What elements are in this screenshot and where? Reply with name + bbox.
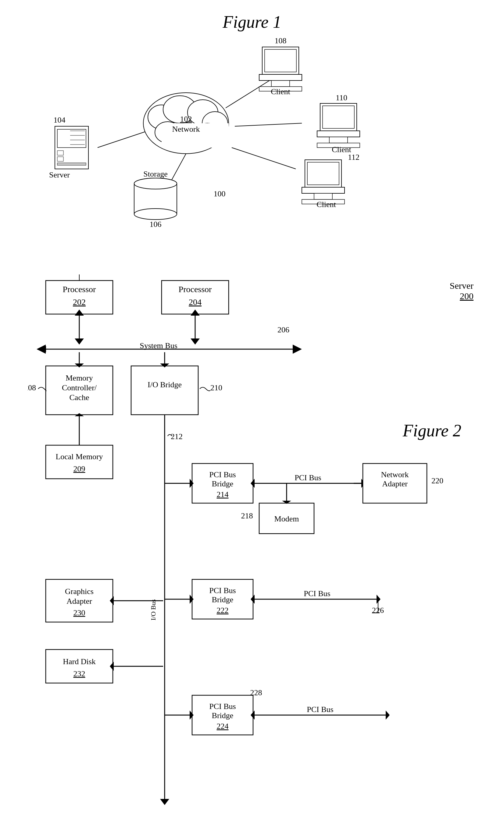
- svg-text:PCI Bus: PCI Bus: [294, 473, 321, 482]
- svg-text:Network: Network: [381, 470, 409, 479]
- svg-point-28: [134, 208, 177, 220]
- svg-text:Modem: Modem: [275, 514, 299, 523]
- fig2-diagram: Processor 202 Processor 204 206: [18, 275, 486, 823]
- svg-text:Network: Network: [172, 125, 200, 134]
- svg-marker-131: [376, 595, 380, 604]
- svg-text:I/O Bus: I/O Bus: [149, 599, 157, 620]
- svg-text:Storage: Storage: [143, 170, 168, 178]
- svg-text:PCI Bus: PCI Bus: [209, 702, 236, 711]
- svg-text:210: 210: [211, 383, 222, 392]
- svg-rect-34: [259, 74, 302, 81]
- svg-rect-77: [131, 366, 198, 415]
- svg-text:I/O Bridge: I/O Bridge: [148, 380, 182, 389]
- svg-text:208: 208: [27, 383, 36, 392]
- svg-text:PCI Bus: PCI Bus: [304, 589, 330, 598]
- svg-text:100: 100: [214, 189, 226, 198]
- figure1-title: Figure 1: [18, 12, 486, 32]
- svg-marker-70: [293, 345, 302, 354]
- svg-rect-86: [46, 445, 113, 479]
- svg-rect-17: [57, 151, 63, 155]
- svg-rect-42: [329, 137, 348, 143]
- svg-text:206: 206: [278, 325, 289, 334]
- svg-rect-33: [265, 49, 297, 72]
- svg-text:202: 202: [73, 297, 86, 307]
- svg-line-2: [226, 78, 275, 108]
- svg-rect-47: [307, 162, 339, 185]
- svg-text:Processor: Processor: [179, 285, 212, 294]
- svg-rect-16: [57, 129, 86, 148]
- figure1-section: Figure 1: [18, 12, 486, 256]
- svg-text:102: 102: [180, 115, 192, 124]
- svg-text:104: 104: [54, 115, 66, 125]
- svg-text:214: 214: [217, 490, 229, 499]
- svg-text:106: 106: [150, 220, 161, 229]
- svg-text:Adapter: Adapter: [66, 597, 92, 606]
- svg-text:108: 108: [275, 38, 287, 45]
- svg-text:112: 112: [348, 153, 359, 161]
- svg-line-3: [235, 123, 302, 126]
- svg-text:Bridge: Bridge: [212, 595, 234, 604]
- svg-text:230: 230: [73, 608, 85, 617]
- svg-text:Bridge: Bridge: [212, 711, 234, 720]
- svg-point-29: [134, 178, 177, 189]
- svg-text:Adapter: Adapter: [382, 479, 408, 488]
- svg-text:Hard Disk: Hard Disk: [63, 657, 96, 666]
- svg-marker-62: [75, 338, 84, 345]
- svg-text:Client: Client: [271, 87, 290, 96]
- svg-marker-148: [160, 799, 169, 805]
- figure2-svg: Processor 202 Processor 204 206: [27, 275, 491, 817]
- svg-text:Client: Client: [316, 200, 336, 209]
- svg-marker-144: [386, 710, 390, 720]
- svg-rect-19: [57, 163, 86, 165]
- svg-text:Server: Server: [49, 171, 70, 179]
- svg-text:Cache: Cache: [69, 393, 89, 402]
- svg-text:220: 220: [432, 476, 443, 485]
- svg-line-4: [232, 148, 296, 169]
- svg-rect-48: [302, 187, 345, 193]
- svg-text:System Bus: System Bus: [140, 341, 177, 350]
- fig1-diagram: 102 Network Server 104: [18, 38, 486, 257]
- svg-rect-35: [271, 81, 290, 87]
- svg-text:204: 204: [189, 297, 201, 307]
- svg-text:PCI Bus: PCI Bus: [209, 470, 236, 479]
- svg-text:232: 232: [73, 670, 85, 678]
- svg-line-0: [97, 129, 152, 148]
- svg-rect-49: [314, 193, 332, 199]
- page: Figure 1: [0, 0, 504, 834]
- svg-marker-69: [37, 345, 46, 354]
- svg-marker-65: [191, 338, 200, 345]
- svg-text:224: 224: [217, 722, 229, 731]
- svg-text:Controller/: Controller/: [62, 383, 97, 392]
- svg-text:PCI Bus: PCI Bus: [209, 586, 236, 595]
- svg-rect-41: [317, 131, 360, 137]
- svg-text:Bridge: Bridge: [212, 479, 234, 488]
- svg-text:228: 228: [250, 688, 262, 697]
- svg-text:Memory: Memory: [66, 374, 93, 382]
- svg-rect-40: [323, 106, 354, 128]
- svg-text:212: 212: [171, 432, 183, 441]
- figure2-section: Figure 2 Server 200 Processor 202 Proces…: [18, 275, 486, 823]
- svg-text:Local Memory: Local Memory: [56, 452, 103, 461]
- svg-text:209: 209: [73, 464, 85, 473]
- svg-text:Graphics: Graphics: [65, 587, 94, 596]
- svg-text:PCI Bus: PCI Bus: [307, 705, 333, 714]
- svg-text:218: 218: [241, 511, 253, 520]
- svg-text:Processor: Processor: [63, 285, 96, 294]
- svg-text:110: 110: [336, 93, 347, 102]
- svg-rect-18: [57, 157, 63, 161]
- svg-text:222: 222: [217, 606, 229, 615]
